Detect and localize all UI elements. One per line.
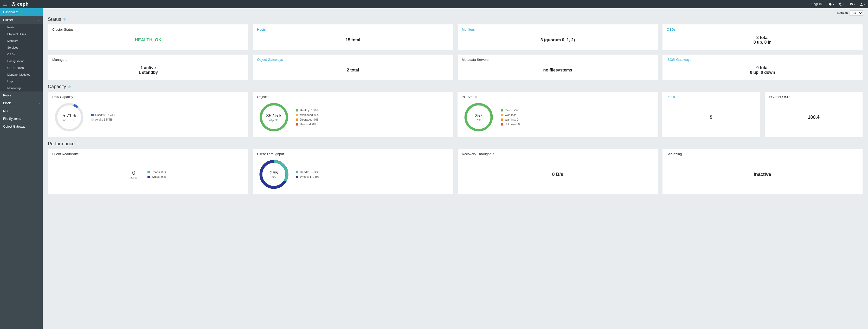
legend-item: Working: 0 bbox=[501, 113, 653, 117]
sidebar-subitem-monitors[interactable]: Monitors bbox=[0, 37, 43, 44]
legend-swatch-icon bbox=[296, 176, 298, 178]
section-header-performance: Performance ⓘ bbox=[48, 141, 863, 146]
card-osds: OSDs 8 total 8 up, 8 in bbox=[662, 24, 863, 50]
legend-label: Writes: 0 /s bbox=[151, 175, 166, 178]
card-title-link[interactable]: Monitors bbox=[462, 28, 654, 31]
card-hosts: Hosts 15 total bbox=[253, 24, 453, 50]
sidebar-item-block[interactable]: Block› bbox=[0, 99, 43, 107]
sidebar-subitem-logs[interactable]: Logs bbox=[0, 78, 43, 85]
card-managers: Managers 1 active 1 standby bbox=[48, 54, 248, 80]
card-value: 0 B/s bbox=[462, 158, 654, 191]
section-header-status: Status ⓘ bbox=[48, 17, 863, 22]
legend-label: Unknown: 0 bbox=[505, 123, 520, 126]
card-raw-capacity: Raw Capacity 5.71% of 1.6 TiB Used: 91.2… bbox=[48, 92, 248, 137]
card-value-line1: 0 total bbox=[756, 65, 769, 70]
refresh-select[interactable]: 5 s10 s15 s30 s1 m3 m5 m bbox=[849, 10, 863, 15]
refresh-control: Refresh 5 s10 s15 s30 s1 m3 m5 m bbox=[48, 10, 863, 15]
sidebar-item-nfs[interactable]: NFS bbox=[0, 107, 43, 115]
sidebar-subitem-configuration[interactable]: Configuration bbox=[0, 58, 43, 64]
donut-value: 352.5 k bbox=[266, 113, 281, 119]
info-icon[interactable]: ⓘ bbox=[76, 142, 80, 146]
card-value: 0 total 0 up, 0 down bbox=[667, 63, 858, 77]
card-title-link[interactable]: Hosts bbox=[257, 28, 449, 31]
card-pools: Pools 9 bbox=[662, 92, 760, 137]
top-navbar: ceph English ▾ ▾ ▾ ▾ ▾ bbox=[0, 0, 868, 8]
card-title: Recovery Throughput bbox=[462, 152, 654, 156]
legend-item: Reads: 0 /s bbox=[148, 170, 166, 174]
info-icon[interactable]: ⓘ bbox=[63, 18, 66, 21]
card-title-link[interactable]: Pools bbox=[666, 95, 756, 99]
sidebar-item-label: Services bbox=[7, 46, 18, 49]
card-title-link[interactable]: Object Gateways bbox=[257, 58, 449, 62]
card-title: Scrubbing bbox=[667, 152, 858, 156]
legend-item: Clean: 257 bbox=[501, 109, 653, 112]
settings-menu[interactable]: ▾ bbox=[849, 2, 855, 6]
donut-value: 255 bbox=[270, 170, 278, 176]
legend-swatch-icon bbox=[296, 119, 298, 121]
sidebar-item-label: File Systems bbox=[3, 117, 21, 121]
legend-swatch-icon bbox=[296, 123, 298, 126]
sidebar-item-pools[interactable]: Pools bbox=[0, 92, 43, 99]
legend-label: Degraded: 0% bbox=[300, 118, 318, 121]
sidebar-subitem-crush-map[interactable]: CRUSH map bbox=[0, 64, 43, 71]
sidebar-subitem-monitoring[interactable]: Monitoring bbox=[0, 85, 43, 92]
card-metadata-servers: Metadata Servers no filesystems bbox=[458, 54, 658, 80]
card-value-line2: 8 up, 8 in bbox=[753, 40, 772, 45]
brand-logo[interactable]: ceph bbox=[11, 2, 29, 7]
legend-swatch-icon bbox=[296, 171, 298, 173]
sidebar-item-label: Logs bbox=[7, 80, 13, 83]
sidebar-item-label: Manager Modules bbox=[7, 73, 30, 76]
health-status-value: HEALTH_OK bbox=[52, 33, 244, 47]
card-value: 1 active 1 standby bbox=[52, 63, 244, 77]
sidebar-item-label: OSDs bbox=[7, 53, 15, 56]
sidebar-item-cluster[interactable]: Cluster ⌄ bbox=[0, 16, 43, 24]
throughput-donut: 255 B/s bbox=[257, 158, 291, 191]
card-value: no filesystems bbox=[462, 63, 654, 77]
chevron-down-icon: ▾ bbox=[843, 3, 845, 5]
iops-value: 0 IOPS bbox=[130, 169, 137, 179]
donut-sub: of 1.6 TiB bbox=[62, 119, 76, 122]
legend-swatch-icon bbox=[296, 109, 298, 111]
card-title-link[interactable]: OSDs bbox=[667, 28, 858, 31]
card-value: 9 bbox=[666, 100, 756, 134]
legend-label: Writes: 170 B/s bbox=[300, 175, 319, 178]
card-title-link[interactable]: iSCSI Gateways bbox=[667, 58, 858, 62]
notifications-icon[interactable]: ▾ bbox=[829, 2, 834, 6]
card-recovery-throughput: Recovery Throughput 0 B/s bbox=[458, 149, 658, 195]
donut-sub: B/s bbox=[270, 176, 278, 179]
sidebar-item-object-gateway[interactable]: Object Gateway› bbox=[0, 123, 43, 130]
card-title: Client Throughput bbox=[257, 152, 449, 156]
sidebar-subitem-hosts[interactable]: Hosts bbox=[0, 24, 43, 31]
language-selector[interactable]: English ▾ bbox=[811, 2, 824, 6]
donut-sub: objects bbox=[266, 119, 281, 122]
hamburger-icon[interactable] bbox=[3, 1, 9, 7]
legend-item: Writes: 170 B/s bbox=[296, 175, 449, 178]
card-value: 2 total bbox=[257, 63, 449, 77]
sidebar-subitem-physical-disks[interactable]: Physical Disks bbox=[0, 31, 43, 37]
legend-item: Warning: 0 bbox=[501, 118, 653, 121]
legend-swatch-icon bbox=[501, 109, 503, 111]
donut-sub: PGs bbox=[475, 119, 483, 122]
svg-point-3 bbox=[841, 5, 841, 5]
card-pg-status: PG Status 257 PGs Clean: 257Working: 0Wa… bbox=[457, 92, 658, 137]
chevron-down-icon: ▾ bbox=[833, 3, 834, 5]
sidebar-subitem-osds[interactable]: OSDs bbox=[0, 51, 43, 58]
legend-item: Unfound: 0% bbox=[296, 123, 449, 126]
sidebar-item-label: Pools bbox=[3, 94, 11, 97]
legend-swatch-icon bbox=[148, 176, 150, 178]
sidebar-item-dashboard[interactable]: Dashboard bbox=[0, 8, 43, 16]
legend-label: Unfound: 0% bbox=[300, 123, 316, 126]
card-value: 15 total bbox=[257, 33, 449, 47]
info-icon[interactable]: ⓘ bbox=[68, 85, 71, 89]
raw-capacity-donut: 5.71% of 1.6 TiB bbox=[52, 100, 86, 134]
card-title: Raw Capacity bbox=[52, 95, 244, 99]
card-title: Client Read/Write bbox=[52, 152, 244, 156]
sidebar-subitem-services[interactable]: Services bbox=[0, 44, 43, 51]
user-menu[interactable]: ▾ bbox=[860, 2, 865, 6]
help-menu[interactable]: ▾ bbox=[839, 2, 845, 6]
sidebar-subitem-manager-modules[interactable]: Manager Modules bbox=[0, 71, 43, 78]
sidebar-item-file-systems[interactable]: File Systems bbox=[0, 115, 43, 123]
sidebar-item-label: Dashboard bbox=[3, 10, 19, 14]
chevron-right-icon: › bbox=[39, 102, 39, 105]
gear-icon bbox=[849, 2, 853, 6]
